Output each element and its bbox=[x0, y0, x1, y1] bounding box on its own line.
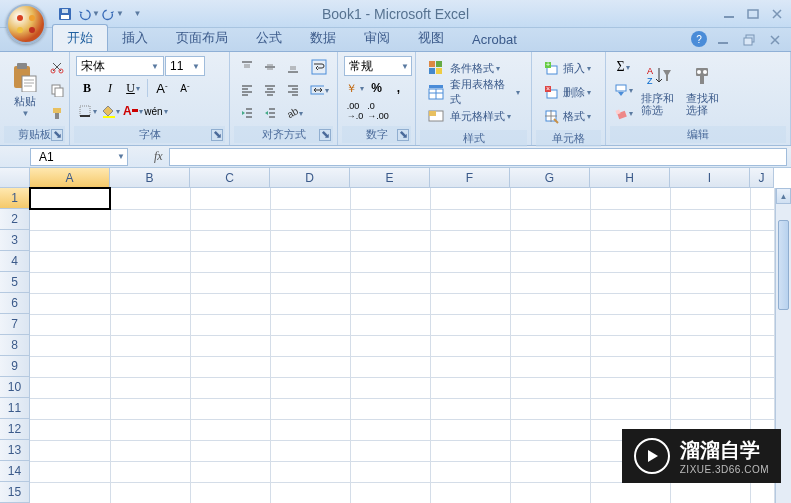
cell[interactable] bbox=[590, 230, 670, 251]
cell[interactable] bbox=[350, 398, 430, 419]
cell-styles-button[interactable]: 单元格样式▾ bbox=[422, 104, 525, 128]
office-button[interactable] bbox=[6, 4, 46, 44]
cell[interactable] bbox=[350, 251, 430, 272]
column-header[interactable]: E bbox=[350, 168, 430, 188]
cell[interactable] bbox=[350, 356, 430, 377]
tab-data[interactable]: 数据 bbox=[296, 25, 350, 51]
underline-button[interactable]: U▾ bbox=[122, 77, 144, 99]
cell[interactable] bbox=[510, 440, 590, 461]
cell[interactable] bbox=[190, 440, 270, 461]
cell[interactable] bbox=[590, 314, 670, 335]
align-bottom-icon[interactable] bbox=[282, 56, 304, 78]
tab-page-layout[interactable]: 页面布局 bbox=[162, 25, 242, 51]
fill-icon[interactable]: ▾ bbox=[612, 79, 634, 101]
cell[interactable] bbox=[430, 230, 510, 251]
save-icon[interactable] bbox=[54, 3, 76, 25]
row-header[interactable]: 11 bbox=[0, 398, 30, 419]
clear-icon[interactable]: ▾ bbox=[612, 102, 634, 124]
cell[interactable] bbox=[110, 251, 190, 272]
number-launcher-icon[interactable]: ⬊ bbox=[397, 129, 409, 141]
select-all-corner[interactable] bbox=[0, 168, 30, 188]
cell[interactable] bbox=[350, 440, 430, 461]
cell[interactable] bbox=[190, 356, 270, 377]
cell[interactable] bbox=[510, 419, 590, 440]
cell[interactable] bbox=[430, 188, 510, 209]
cell[interactable] bbox=[270, 188, 350, 209]
font-launcher-icon[interactable]: ⬊ bbox=[211, 129, 223, 141]
orientation-icon[interactable]: ab▾ bbox=[282, 102, 304, 124]
cell[interactable] bbox=[750, 251, 774, 272]
increase-decimal-icon[interactable]: .00→.0 bbox=[344, 100, 366, 122]
row-header[interactable]: 12 bbox=[0, 419, 30, 440]
cell[interactable] bbox=[350, 482, 430, 503]
align-left-icon[interactable] bbox=[236, 79, 258, 101]
qat-customize-icon[interactable]: ▼ bbox=[126, 3, 148, 25]
tab-formulas[interactable]: 公式 bbox=[242, 25, 296, 51]
column-header[interactable]: H bbox=[590, 168, 670, 188]
minimize-button[interactable] bbox=[719, 5, 739, 23]
cell[interactable] bbox=[670, 293, 750, 314]
column-header[interactable]: C bbox=[190, 168, 270, 188]
cell[interactable] bbox=[190, 209, 270, 230]
cell[interactable] bbox=[750, 335, 774, 356]
cell[interactable] bbox=[190, 461, 270, 482]
column-header[interactable]: J bbox=[750, 168, 774, 188]
tab-view[interactable]: 视图 bbox=[404, 25, 458, 51]
redo-icon[interactable]: ▼ bbox=[102, 3, 124, 25]
cell[interactable] bbox=[430, 356, 510, 377]
cell[interactable] bbox=[510, 272, 590, 293]
help-button[interactable]: ? bbox=[691, 31, 707, 47]
cell[interactable] bbox=[590, 272, 670, 293]
column-header[interactable]: I bbox=[670, 168, 750, 188]
cell[interactable] bbox=[30, 209, 110, 230]
row-header[interactable]: 1 bbox=[0, 188, 30, 209]
cell[interactable] bbox=[350, 209, 430, 230]
cell[interactable] bbox=[430, 482, 510, 503]
cell[interactable] bbox=[110, 440, 190, 461]
cell[interactable] bbox=[190, 188, 270, 209]
cell[interactable] bbox=[750, 377, 774, 398]
tab-acrobat[interactable]: Acrobat bbox=[458, 28, 531, 51]
format-as-table-button[interactable]: 套用表格格式▾ bbox=[422, 80, 525, 104]
cell[interactable] bbox=[430, 398, 510, 419]
cell[interactable] bbox=[270, 293, 350, 314]
cut-icon[interactable] bbox=[46, 56, 68, 78]
italic-button[interactable]: I bbox=[99, 77, 121, 99]
row-header[interactable]: 7 bbox=[0, 314, 30, 335]
cell[interactable] bbox=[30, 461, 110, 482]
cell[interactable] bbox=[190, 272, 270, 293]
cell[interactable] bbox=[750, 188, 774, 209]
cell[interactable] bbox=[350, 293, 430, 314]
cell[interactable] bbox=[590, 377, 670, 398]
tab-home[interactable]: 开始 bbox=[52, 24, 108, 51]
cell[interactable] bbox=[430, 335, 510, 356]
cell[interactable] bbox=[30, 293, 110, 314]
cell[interactable] bbox=[270, 398, 350, 419]
cell[interactable] bbox=[670, 377, 750, 398]
cell[interactable] bbox=[670, 398, 750, 419]
cell[interactable] bbox=[430, 440, 510, 461]
doc-restore-button[interactable] bbox=[739, 31, 759, 49]
cell[interactable] bbox=[350, 188, 430, 209]
cell[interactable] bbox=[350, 419, 430, 440]
phonetic-button[interactable]: wén▾ bbox=[145, 100, 167, 122]
scroll-up-icon[interactable]: ▲ bbox=[776, 188, 791, 204]
cell[interactable] bbox=[670, 188, 750, 209]
cell[interactable] bbox=[750, 482, 774, 503]
cell[interactable] bbox=[750, 230, 774, 251]
cell[interactable] bbox=[670, 335, 750, 356]
cell[interactable] bbox=[270, 461, 350, 482]
cell[interactable] bbox=[350, 335, 430, 356]
cell[interactable] bbox=[190, 398, 270, 419]
cell[interactable] bbox=[510, 335, 590, 356]
cell[interactable] bbox=[750, 209, 774, 230]
column-header[interactable]: G bbox=[510, 168, 590, 188]
cell[interactable] bbox=[110, 272, 190, 293]
cell[interactable] bbox=[350, 377, 430, 398]
cell[interactable] bbox=[670, 272, 750, 293]
cell[interactable] bbox=[430, 419, 510, 440]
align-right-icon[interactable] bbox=[282, 79, 304, 101]
cell[interactable] bbox=[190, 419, 270, 440]
formula-bar[interactable] bbox=[169, 148, 787, 166]
column-header[interactable]: B bbox=[110, 168, 190, 188]
